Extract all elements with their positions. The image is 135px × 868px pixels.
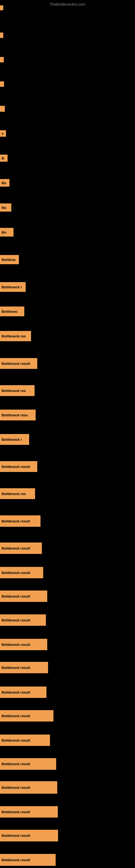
bottleneck-bar: Bottleneck res	[0, 385, 35, 396]
bottleneck-bar: Bottleneck result	[0, 358, 37, 369]
bottleneck-bar: Bottleneck result	[0, 781, 57, 794]
bottleneck-bar: Bottleneck result	[0, 542, 42, 554]
bottleneck-bar	[0, 5, 3, 10]
bottleneck-bar: Bottleneck result	[0, 590, 47, 602]
bottleneck-bar: Bottlenec	[0, 307, 24, 316]
bottleneck-bar: Bottleneck res	[0, 488, 35, 499]
bottleneck-bar	[0, 106, 5, 112]
bottleneck-bar: Bottleneck result	[0, 710, 53, 721]
bottleneck-bar: Bottleneck result	[0, 806, 58, 817]
bottleneck-bar: Bo	[0, 228, 13, 237]
bottleneck-bar: Bottleneck result	[0, 686, 46, 698]
bottleneck-bar: Bottleneck res	[0, 331, 31, 341]
bottleneck-bar	[0, 33, 3, 38]
site-title: TheBottlenecker.com	[0, 0, 135, 9]
bottleneck-bar: Bottleneck r	[0, 282, 26, 292]
bottleneck-bar: Bottleneck result	[0, 854, 56, 866]
bottleneck-bar: s	[0, 130, 6, 137]
bottleneck-bar: Bottleneck result	[0, 461, 37, 472]
bottleneck-bar: Bottleneck result	[0, 830, 58, 841]
bottleneck-bar: Bottleneck result	[0, 614, 46, 626]
bottleneck-bar: Bottleneck result	[0, 758, 56, 770]
bottleneck-bar: Bottleneck result	[0, 735, 50, 746]
bottleneck-bar: Bottleneck result	[0, 662, 48, 673]
bottleneck-bar: Bottleneck result	[0, 516, 41, 527]
bottleneck-bar	[0, 57, 4, 62]
bottleneck-bar: Bottleneck result	[0, 639, 47, 650]
bottleneck-bar	[0, 82, 4, 87]
bottleneck-bar: Bottleneck r	[0, 434, 29, 445]
bottleneck-bar: Bottleneck resu	[0, 410, 36, 421]
bottleneck-bar: Bo	[0, 204, 11, 212]
bottleneck-bar: Bo	[0, 179, 9, 187]
bottleneck-bar: Bottlene	[0, 255, 19, 264]
bottleneck-bar: B	[0, 155, 8, 162]
bottleneck-bar: Bottleneck result	[0, 567, 43, 578]
